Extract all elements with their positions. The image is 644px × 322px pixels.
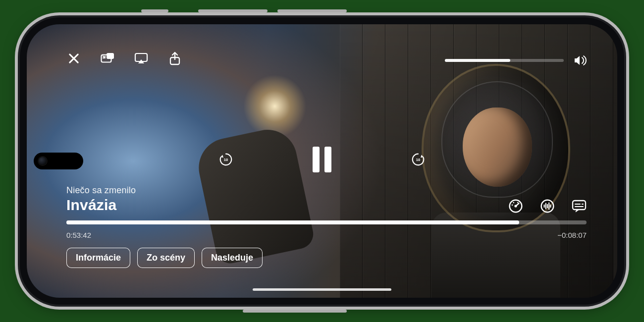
svg-text:10: 10: [416, 158, 420, 162]
audio-track-button[interactable]: [540, 199, 555, 214]
time-labels: 0:53:42 −0:08:07: [66, 231, 587, 239]
tab-upnext[interactable]: Nasleduje: [202, 248, 263, 268]
airplay-button[interactable]: [134, 51, 149, 66]
skip-forward-button[interactable]: 10: [411, 152, 426, 167]
tab-info[interactable]: Informácie: [66, 248, 130, 268]
volume-fill: [445, 59, 510, 62]
playback-controls: 10 10: [218, 147, 426, 172]
tab-scenes[interactable]: Zo scény: [137, 248, 195, 268]
skip-forward-icon: 10: [411, 147, 426, 172]
gauge-icon: [508, 199, 523, 214]
pause-icon: [324, 147, 331, 172]
volume-slider[interactable]: [445, 59, 564, 62]
airplay-icon: [134, 52, 148, 65]
top-left-controls: [66, 51, 182, 66]
speed-button[interactable]: [508, 199, 523, 214]
pip-icon: [101, 52, 114, 65]
svg-rect-12: [573, 201, 586, 210]
close-button[interactable]: [66, 51, 81, 66]
volume-button[interactable]: [573, 53, 588, 68]
svg-point-10: [517, 202, 519, 204]
episode-subtitle: Niečo sa zmenilo: [66, 185, 136, 196]
progress-fill: [66, 220, 519, 224]
skip-back-button[interactable]: 10: [218, 152, 233, 167]
waveform-icon: [540, 199, 555, 214]
pip-button[interactable]: [100, 51, 115, 66]
subtitles-button[interactable]: [572, 199, 587, 214]
hw-side-button: [243, 310, 347, 313]
skip-back-icon: 10: [218, 147, 233, 172]
title-block: Niečo sa zmenilo Invázia: [66, 185, 136, 214]
share-icon: [168, 52, 182, 65]
pause-icon: [313, 147, 320, 172]
hw-silent-switch: [141, 9, 168, 12]
svg-point-9: [513, 202, 514, 204]
volume-control: [445, 53, 588, 68]
hw-volume-up: [198, 9, 268, 12]
player-overlay: 10 10 Niečo sa zmenilo Invázia: [27, 24, 617, 298]
subtitles-icon: [572, 199, 587, 214]
share-button[interactable]: [167, 51, 182, 66]
video-screen[interactable]: 10 10 Niečo sa zmenilo Invázia: [27, 24, 617, 298]
home-indicator[interactable]: [253, 288, 391, 291]
svg-point-8: [512, 205, 513, 206]
elapsed-time: 0:53:42: [66, 231, 91, 239]
show-title: Invázia: [66, 197, 136, 214]
svg-text:10: 10: [224, 158, 228, 162]
bottom-tabs: Informácie Zo scény Nasleduje: [66, 248, 263, 268]
speaker-icon: [573, 54, 587, 67]
hw-volume-down: [277, 9, 347, 12]
phone-frame: 10 10 Niečo sa zmenilo Invázia: [20, 17, 624, 305]
close-icon: [67, 52, 81, 65]
pause-button[interactable]: [313, 147, 331, 172]
right-controls: [508, 199, 587, 214]
progress-slider[interactable]: [66, 220, 587, 224]
remaining-time: −0:08:07: [557, 231, 587, 239]
svg-rect-1: [107, 53, 114, 59]
